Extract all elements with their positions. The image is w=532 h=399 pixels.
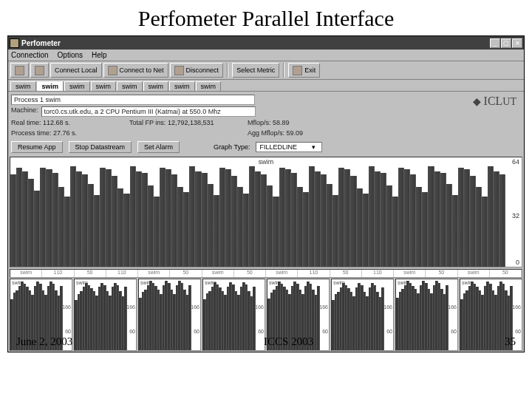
- logo-suffix: UT: [502, 96, 516, 107]
- mini-chart-y2: 60: [515, 329, 521, 334]
- app-icon: [10, 38, 19, 48]
- menu-help[interactable]: Help: [92, 51, 107, 59]
- chart-bar: [117, 188, 123, 267]
- tab-swim-3[interactable]: swim: [91, 81, 117, 91]
- chart-bar: [357, 188, 363, 267]
- chart-bar: [476, 187, 482, 267]
- chart-bar: [261, 174, 267, 267]
- exit-label: Exit: [304, 66, 316, 74]
- connect-local-button-labeled[interactable]: Connect Local: [50, 63, 102, 78]
- chart-bar: [458, 168, 464, 267]
- minimize-button[interactable]: _: [490, 38, 500, 48]
- chart-bar: [64, 197, 70, 267]
- mini-bar: [381, 287, 384, 350]
- chart-bar: [321, 174, 327, 267]
- mini-chart: swim16660: [267, 279, 330, 351]
- tab-swim-4[interactable]: swim: [117, 81, 143, 91]
- exit-button[interactable]: Exit: [288, 63, 320, 78]
- chart-bar: [315, 171, 321, 267]
- resume-app-button[interactable]: Resume App: [11, 141, 63, 153]
- mini-chart-y2: 60: [386, 329, 392, 334]
- chart-bar: [112, 176, 117, 267]
- proc-time-label: Process time:: [11, 129, 52, 137]
- chart-bar: [106, 169, 112, 267]
- chart-bar: [488, 166, 494, 267]
- chart-bar: [392, 197, 398, 267]
- toolbar-separator: [227, 63, 228, 78]
- stop-datastream-button[interactable]: Stop Datastream: [69, 141, 132, 153]
- chart-bar: [350, 176, 356, 267]
- chart-bar: [123, 194, 129, 267]
- mini-axis-strip: swim11050110swim50swim50swim11050110swim…: [10, 269, 522, 278]
- mini-chart-y1: 166: [255, 304, 264, 310]
- connect-local-button[interactable]: [10, 63, 29, 78]
- mini-chart: swim16660: [395, 279, 458, 351]
- chart-bar: [369, 166, 375, 267]
- menu-options[interactable]: Options: [58, 51, 83, 59]
- chart-bar: [499, 174, 505, 267]
- close-button[interactable]: ✕: [512, 38, 522, 48]
- tab-swim-0[interactable]: swim: [10, 81, 36, 91]
- tab-swim-1[interactable]: swim: [37, 81, 64, 91]
- connect-net-button[interactable]: Connect to Net: [103, 63, 168, 78]
- main-chart-ymax: 64: [512, 158, 519, 166]
- chart-bar: [16, 168, 22, 267]
- mini-bar: [317, 286, 320, 350]
- graph-type-select[interactable]: FILLEDLINE ▾: [256, 142, 322, 152]
- main-chart-bars: [10, 165, 505, 267]
- select-metric-button[interactable]: Select Metric: [232, 63, 279, 78]
- chart-bar: [177, 187, 183, 267]
- chevron-down-icon: ▾: [312, 143, 316, 151]
- real-time-value: 112.68 s.: [43, 119, 70, 126]
- chart-bar: [160, 168, 166, 267]
- chart-bar: [225, 169, 231, 267]
- mini-bar: [60, 286, 63, 350]
- chart-bar: [136, 171, 142, 267]
- main-chart: swim 64 32 0: [10, 157, 522, 267]
- chart-bar: [231, 176, 237, 267]
- chart-bar: [285, 169, 291, 267]
- mini-axis-tick: 50: [234, 270, 266, 277]
- refresh-icon: [35, 66, 44, 75]
- chart-bar: [434, 171, 440, 267]
- chart-bar: [344, 169, 350, 267]
- maximize-button[interactable]: ▢: [501, 38, 511, 48]
- mini-chart: swim16660: [10, 279, 72, 351]
- set-alarm-button[interactable]: Set Alarm: [137, 141, 180, 153]
- tab-swim-7[interactable]: swim: [196, 81, 222, 91]
- tab-swim-6[interactable]: swim: [169, 81, 195, 91]
- process-value: 1 swim: [40, 96, 61, 103]
- chart-bar: [40, 168, 46, 267]
- chart-bar: [183, 192, 189, 267]
- chart-bar: [46, 169, 52, 267]
- chart-bar: [52, 173, 58, 267]
- tab-swim-2[interactable]: swim: [64, 81, 90, 91]
- chart-bar: [327, 184, 332, 267]
- chart-bar: [273, 197, 279, 267]
- chart-bar: [375, 171, 381, 267]
- menu-connection[interactable]: Connection: [11, 51, 49, 59]
- chart-bar: [404, 169, 410, 267]
- mini-axis-tick: swim: [458, 270, 490, 277]
- chart-bar: [142, 173, 148, 267]
- chart-bar: [494, 171, 499, 267]
- chart-bar: [338, 168, 344, 267]
- titlebar: Perfometer _ ▢ ✕: [8, 36, 524, 50]
- tab-swim-5[interactable]: swim: [143, 81, 169, 91]
- toolbar: Connect Local Connect to Net Disconnect …: [8, 61, 524, 80]
- chart-bar: [410, 174, 416, 267]
- machine-value: torc0.cs.utk.edu, a 2 CPU Pentium III (K…: [41, 106, 256, 117]
- menubar: Connection Options Help: [8, 50, 524, 61]
- chart-bar: [219, 168, 225, 267]
- lightning-icon: [15, 66, 24, 75]
- chart-bar: [452, 195, 458, 267]
- chart-bar: [148, 185, 154, 267]
- chart-bar: [381, 173, 386, 267]
- graph-type-label: Graph Type:: [214, 143, 250, 151]
- chart-bar: [10, 174, 16, 267]
- refresh-button[interactable]: [30, 63, 49, 78]
- chart-bar: [303, 192, 309, 267]
- disconnect-button[interactable]: Disconnect: [170, 63, 224, 78]
- mini-chart: swim16660: [138, 279, 201, 351]
- chart-bar: [464, 169, 470, 267]
